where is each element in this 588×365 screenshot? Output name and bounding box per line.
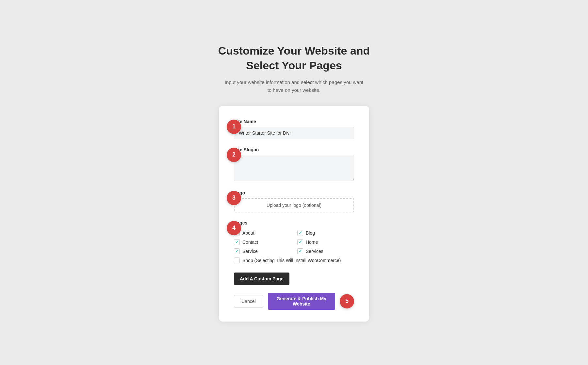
- site-slogan-group: 2 Site Slogan: [234, 147, 354, 182]
- page-checkbox-home[interactable]: ✓ Home: [297, 239, 354, 245]
- step-2-badge: 2: [227, 148, 241, 162]
- site-name-input[interactable]: [234, 127, 354, 139]
- page-title: Customize Your Website and Select Your P…: [218, 43, 370, 72]
- page-label-blog: Blog: [306, 230, 315, 236]
- form-card: 1 Site Name 2 Site Slogan 3 Logo Upload …: [219, 106, 369, 322]
- step-5-badge: 5: [340, 294, 354, 308]
- pages-label: Pages: [234, 220, 354, 225]
- check-icon-service: ✓: [235, 249, 239, 254]
- check-icon-blog: ✓: [299, 230, 302, 235]
- step-3-badge: 3: [227, 191, 241, 205]
- checkbox-home: ✓: [297, 239, 303, 245]
- check-icon-contact: ✓: [235, 240, 239, 244]
- pages-section: 4 Pages ✓ About ✓ Blog: [234, 220, 354, 263]
- page-checkbox-about[interactable]: ✓ About: [234, 230, 291, 236]
- page-checkbox-shop[interactable]: Shop (Selecting This Will Install WooCom…: [234, 257, 354, 263]
- site-slogan-label: Site Slogan: [234, 147, 354, 152]
- checkbox-service: ✓: [234, 248, 240, 254]
- cancel-button[interactable]: Cancel: [234, 295, 263, 307]
- check-icon-home: ✓: [299, 240, 302, 244]
- footer-actions: Cancel Generate & Publish My Website 5: [234, 293, 354, 310]
- page-checkbox-service[interactable]: ✓ Service: [234, 248, 291, 254]
- site-slogan-input[interactable]: [234, 155, 354, 181]
- site-name-label: Site Name: [234, 119, 354, 124]
- pages-grid: ✓ About ✓ Blog ✓ Contact: [234, 230, 354, 263]
- checkbox-services: ✓: [297, 248, 303, 254]
- page-label-service: Service: [242, 249, 258, 254]
- logo-label: Logo: [234, 190, 354, 195]
- check-icon-services: ✓: [299, 249, 302, 254]
- page-label-about: About: [242, 230, 254, 236]
- page-checkbox-services[interactable]: ✓ Services: [297, 248, 354, 254]
- generate-publish-button[interactable]: Generate & Publish My Website: [268, 293, 335, 310]
- page-wrapper: Customize Your Website and Select Your P…: [0, 30, 588, 334]
- step-4-badge: 4: [227, 221, 241, 235]
- page-label-services: Services: [306, 249, 323, 254]
- page-subtitle: Input your website information and selec…: [222, 78, 366, 94]
- add-custom-page-button[interactable]: Add A Custom Page: [234, 273, 289, 285]
- logo-upload-button[interactable]: Upload your logo (optional): [234, 198, 354, 212]
- checkbox-blog: ✓: [297, 230, 303, 236]
- page-checkbox-contact[interactable]: ✓ Contact: [234, 239, 291, 245]
- checkbox-contact: ✓: [234, 239, 240, 245]
- site-name-group: 1 Site Name: [234, 119, 354, 139]
- step-1-badge: 1: [227, 120, 241, 134]
- page-checkbox-blog[interactable]: ✓ Blog: [297, 230, 354, 236]
- logo-group: 3 Logo Upload your logo (optional): [234, 190, 354, 212]
- page-label-contact: Contact: [242, 240, 258, 245]
- page-label-shop: Shop (Selecting This Will Install WooCom…: [242, 258, 341, 263]
- checkbox-shop: [234, 257, 240, 263]
- page-label-home: Home: [306, 240, 318, 245]
